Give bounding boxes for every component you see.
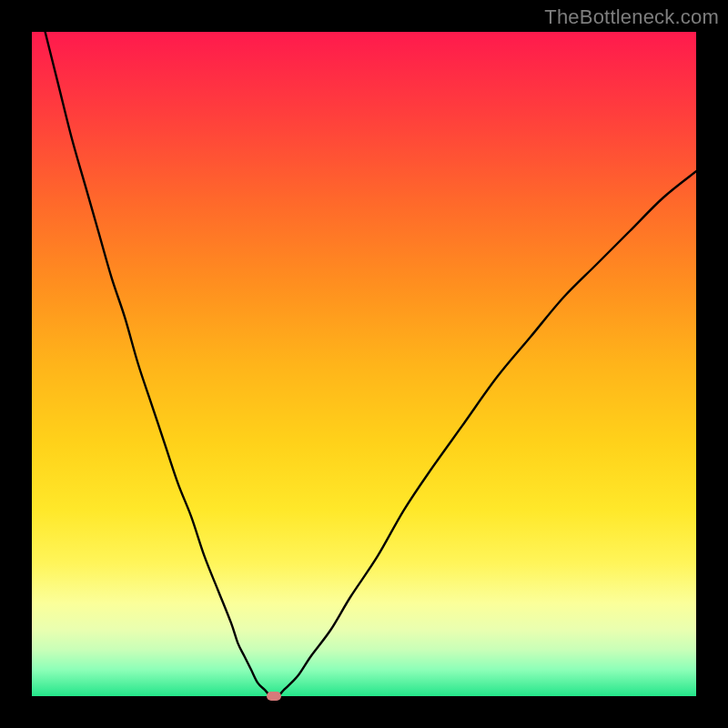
chart-frame: TheBottleneck.com <box>0 0 728 728</box>
min-marker <box>267 692 281 701</box>
watermark-text: TheBottleneck.com <box>544 5 719 29</box>
plot-area <box>32 32 696 696</box>
bottleneck-curve <box>32 32 696 696</box>
